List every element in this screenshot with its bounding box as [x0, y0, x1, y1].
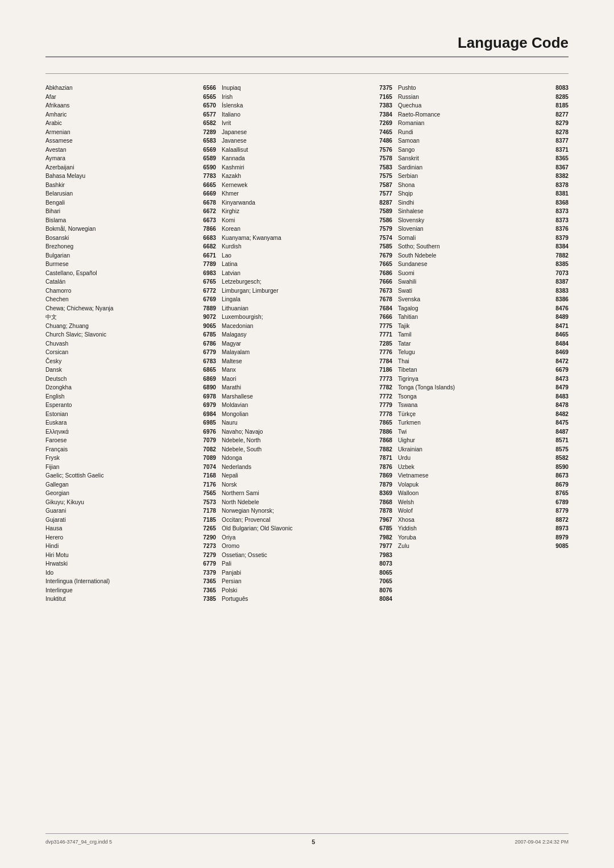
language-code: 8482 [555, 411, 569, 417]
language-name: Nauru [222, 419, 376, 427]
language-name: Persian [222, 578, 376, 585]
language-name: English [45, 393, 200, 401]
language-code: 6665 [203, 182, 216, 188]
language-code: 7882 [379, 446, 392, 452]
language-code: 8373 [555, 208, 569, 214]
language-name: Dzongkha [45, 384, 200, 392]
language-name: Lao [222, 252, 376, 260]
footer: dvp3146-3747_94_crg.indd 5 5 2007-09-04 … [45, 833, 569, 845]
language-code: 8575 [555, 446, 569, 452]
language-name: Maori [222, 375, 376, 383]
language-name: Estonian [45, 410, 200, 418]
list-item: Lithuanian7684 [222, 305, 392, 313]
list-item: Assamese6583 [45, 137, 216, 145]
language-name: Svenska [398, 296, 552, 304]
language-code: 7868 [379, 499, 392, 505]
list-item: Abkhazian6566 [45, 84, 216, 92]
list-item: Sinhalese8373 [398, 207, 569, 215]
list-item: Marathi7782 [222, 384, 392, 392]
list-item: Shona8378 [398, 181, 569, 189]
language-name: Macedonian [222, 322, 376, 330]
language-name: Chechen [45, 296, 200, 304]
language-name: Kuanyama; Kwanyama [222, 234, 376, 242]
language-code: 7779 [379, 402, 392, 408]
language-code: 6983 [203, 270, 216, 276]
list-item: Tahitian8489 [398, 313, 569, 321]
language-code: 6978 [203, 393, 216, 400]
language-code: 8484 [555, 340, 569, 347]
list-item: Quechua8185 [398, 102, 569, 110]
list-item: Interlingua (International)7365 [45, 578, 216, 585]
list-item: Zulu9085 [398, 542, 569, 550]
list-item: Sardinian8367 [398, 164, 569, 172]
list-item: Maltese7784 [222, 358, 392, 366]
language-code: 6673 [203, 217, 216, 223]
list-item: Ido7379 [45, 569, 216, 577]
language-name: Walloon [398, 489, 552, 497]
list-item: Oriya7982 [222, 534, 392, 542]
list-item: Tibetan6679 [398, 366, 569, 374]
list-item: Bahasa Melayu7783 [45, 172, 216, 180]
language-name: Polski [222, 587, 376, 595]
language-code: 8365 [555, 155, 569, 161]
language-name: Kalaallisut [222, 146, 376, 154]
list-item: Gaelic; Scottish Gaelic7168 [45, 472, 216, 480]
list-item: Malayalam7776 [222, 348, 392, 356]
language-code: 8387 [555, 279, 569, 285]
language-code: 8478 [555, 402, 569, 408]
language-name: Interlingua (International) [45, 578, 200, 585]
list-item: Dansk6865 [45, 366, 216, 374]
language-name: Brezhoneg [45, 243, 200, 251]
language-code: 8872 [555, 517, 569, 523]
list-item: Vietnamese8673 [398, 472, 569, 480]
list-item: Raeto-Romance8277 [398, 111, 569, 119]
language-name: Marshallese [222, 393, 376, 401]
language-name: Pali [222, 560, 376, 568]
language-code: 8765 [555, 490, 569, 496]
language-name: Sundanese [398, 260, 552, 268]
list-item: Kinyarwanda8287 [222, 199, 392, 207]
language-name: Sinhalese [398, 207, 552, 215]
list-item: Georgian7565 [45, 489, 216, 497]
list-item: Chewa; Chichewa; Nyanja7889 [45, 305, 216, 313]
list-item: Old Bulgarian; Old Slavonic6785 [222, 525, 392, 533]
language-code: 8679 [555, 481, 569, 488]
list-item: Uzbek8590 [398, 463, 569, 471]
language-name: Kannada [222, 155, 376, 163]
language-name: Sotho; Southern [398, 243, 552, 251]
list-item: Kuanyama; Kwanyama7574 [222, 234, 392, 242]
language-code: 6682 [203, 243, 216, 250]
language-name: Nederlands [222, 463, 376, 471]
language-code: 8376 [555, 226, 569, 232]
language-name: Suomi [398, 269, 552, 277]
language-name: Irish [222, 93, 376, 101]
list-item: Sango8371 [398, 146, 569, 154]
language-code: 7871 [379, 455, 392, 461]
language-name: Shqip [398, 190, 552, 198]
list-item: Latina7665 [222, 260, 392, 268]
language-name: Limburgan; Limburger [222, 287, 376, 295]
language-code: 6679 [555, 367, 569, 373]
language-name: Raeto-Romance [398, 111, 552, 119]
language-name: Bulgarian [45, 252, 200, 260]
language-name: Kernewek [222, 181, 376, 189]
language-code: 6582 [203, 120, 216, 126]
language-code: 6984 [203, 411, 216, 417]
language-code: 6789 [555, 499, 569, 505]
language-name: Bokmål, Norwegian [45, 225, 200, 233]
title-section: Language Code [45, 34, 569, 57]
list-item: Luxembourgish;7666 [222, 313, 392, 321]
language-code: 8384 [555, 243, 569, 250]
language-name: Bahasa Melayu [45, 172, 200, 180]
language-name: Ndebele, North [222, 437, 376, 445]
list-item: Kashmiri7583 [222, 164, 392, 172]
language-code: 7573 [203, 499, 216, 505]
list-item: Ossetian; Ossetic7983 [222, 551, 392, 559]
language-name: North Ndebele [222, 499, 376, 506]
language-code: 7789 [203, 261, 216, 267]
list-item: Javanese7486 [222, 137, 392, 145]
list-item: Northern Sami8369 [222, 489, 392, 497]
language-name: Oromo [222, 542, 376, 550]
list-item: Uighur8571 [398, 437, 569, 445]
list-item: Navaho; Navajo7886 [222, 428, 392, 436]
